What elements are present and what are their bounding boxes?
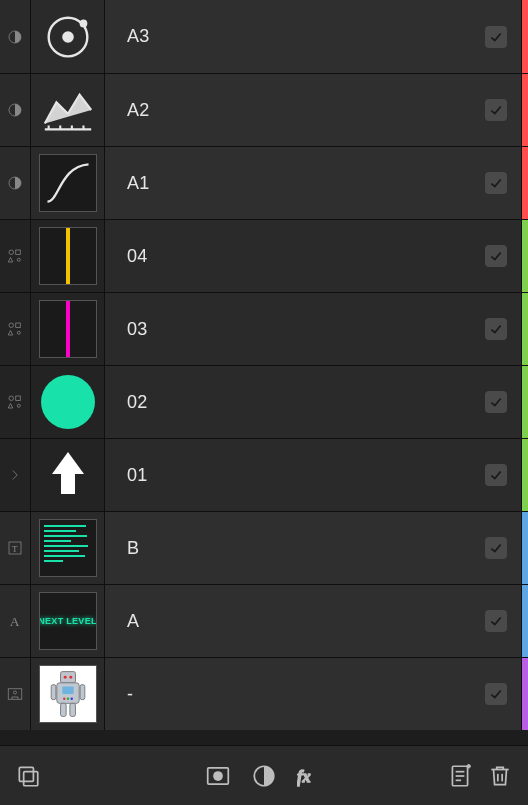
layer-thumbnail[interactable] xyxy=(31,658,105,730)
svg-rect-12 xyxy=(16,250,21,255)
layer-type-icon xyxy=(0,293,31,365)
color-tag xyxy=(522,220,528,292)
svg-marker-13 xyxy=(8,258,13,263)
svg-point-27 xyxy=(14,691,17,694)
adjustment-icon xyxy=(6,101,24,119)
layer-row-a2[interactable]: A2 xyxy=(0,73,528,146)
layer-main[interactable]: 02 xyxy=(105,366,522,438)
layer-type-icon: T xyxy=(0,512,31,584)
color-tag xyxy=(522,366,528,438)
layer-main[interactable]: A2 xyxy=(105,74,522,146)
layer-row-03[interactable]: 03 xyxy=(0,292,528,365)
visibility-checkbox[interactable] xyxy=(485,537,507,559)
layer-thumbnail[interactable] xyxy=(31,439,105,511)
layer-label: 02 xyxy=(127,392,148,413)
color-tag xyxy=(522,0,528,73)
layer-type-icon xyxy=(0,147,31,219)
layer-thumbnail[interactable] xyxy=(31,0,105,73)
layer-thumbnail[interactable] xyxy=(31,74,105,146)
layer-thumbnail[interactable] xyxy=(31,293,105,365)
layer-type-icon xyxy=(0,74,31,146)
layer-row-01[interactable]: 01 xyxy=(0,438,528,511)
layer-main[interactable]: 03 xyxy=(105,293,522,365)
layer-label: B xyxy=(127,538,139,559)
svg-rect-33 xyxy=(62,687,73,694)
visibility-checkbox[interactable] xyxy=(485,391,507,413)
svg-point-44 xyxy=(213,771,223,781)
layer-label: A1 xyxy=(127,173,150,194)
layer-main[interactable]: A1 xyxy=(105,147,522,219)
layer-label: A2 xyxy=(127,100,150,121)
page-add-button[interactable] xyxy=(444,760,476,792)
mask-button[interactable] xyxy=(202,760,234,792)
shapes-icon xyxy=(6,320,24,338)
svg-point-19 xyxy=(9,396,14,401)
adjustment-button[interactable] xyxy=(248,760,280,792)
textframe-icon: T xyxy=(6,539,24,557)
svg-rect-42 xyxy=(24,771,38,785)
layer-row-dash[interactable]: - xyxy=(0,657,528,730)
svg-point-30 xyxy=(63,676,66,679)
layer-row-a3[interactable]: A3 xyxy=(0,0,528,73)
layer-row-a1[interactable]: A1 xyxy=(0,146,528,219)
adjustment-icon xyxy=(6,28,24,46)
visibility-checkbox[interactable] xyxy=(485,464,507,486)
color-tag xyxy=(522,293,528,365)
layer-type-icon xyxy=(0,439,31,511)
svg-rect-41 xyxy=(19,767,33,781)
svg-point-22 xyxy=(17,404,20,407)
adjustment-icon xyxy=(6,174,24,192)
svg-point-36 xyxy=(70,697,72,699)
layer-main[interactable]: - xyxy=(105,658,522,730)
color-tag xyxy=(522,585,528,657)
layer-thumbnail[interactable] xyxy=(31,512,105,584)
layer-row-a[interactable]: ANEXT LEVELA xyxy=(0,584,528,657)
svg-point-14 xyxy=(17,258,20,261)
color-tag xyxy=(522,147,528,219)
delete-button[interactable] xyxy=(484,760,516,792)
visibility-checkbox[interactable] xyxy=(485,318,507,340)
artistic_text-icon: A xyxy=(6,612,24,630)
visibility-checkbox[interactable] xyxy=(485,172,507,194)
layer-main[interactable]: A3 xyxy=(105,0,522,73)
layers-button[interactable] xyxy=(12,760,44,792)
layer-label: A3 xyxy=(127,26,150,47)
svg-point-31 xyxy=(69,676,72,679)
layers-list: A3A2A104030201TBANEXT LEVELA- xyxy=(0,0,528,745)
layer-thumbnail[interactable] xyxy=(31,220,105,292)
layer-main[interactable]: B xyxy=(105,512,522,584)
svg-text:A: A xyxy=(10,614,20,629)
visibility-checkbox[interactable] xyxy=(485,610,507,632)
svg-point-35 xyxy=(66,697,68,699)
shapes-icon xyxy=(6,393,24,411)
layer-main[interactable]: 01 xyxy=(105,439,522,511)
chevron-icon xyxy=(6,466,24,484)
fx-button[interactable]: fx xyxy=(294,760,326,792)
layer-row-04[interactable]: 04 xyxy=(0,219,528,292)
visibility-checkbox[interactable] xyxy=(485,26,507,48)
svg-point-3 xyxy=(79,19,87,27)
svg-rect-20 xyxy=(16,396,21,401)
layer-label: - xyxy=(127,684,133,705)
layer-row-02[interactable]: 02 xyxy=(0,365,528,438)
layer-main[interactable]: 04 xyxy=(105,220,522,292)
svg-text:T: T xyxy=(12,544,18,554)
layer-type-icon xyxy=(0,0,31,73)
shapes-icon xyxy=(6,247,24,265)
layers-panel: A3A2A104030201TBANEXT LEVELA- fx xyxy=(0,0,528,805)
visibility-checkbox[interactable] xyxy=(485,99,507,121)
layer-thumbnail[interactable] xyxy=(31,147,105,219)
layer-row-b[interactable]: TB xyxy=(0,511,528,584)
layer-thumbnail[interactable] xyxy=(31,366,105,438)
layer-label: 04 xyxy=(127,246,148,267)
visibility-checkbox[interactable] xyxy=(485,683,507,705)
layer-type-icon xyxy=(0,366,31,438)
layer-thumbnail[interactable]: NEXT LEVEL xyxy=(31,585,105,657)
layer-main[interactable]: A xyxy=(105,585,522,657)
visibility-checkbox[interactable] xyxy=(485,245,507,267)
svg-rect-29 xyxy=(60,672,75,683)
color-tag xyxy=(522,74,528,146)
svg-marker-17 xyxy=(8,331,13,336)
svg-marker-21 xyxy=(8,404,13,409)
svg-point-34 xyxy=(63,697,65,699)
